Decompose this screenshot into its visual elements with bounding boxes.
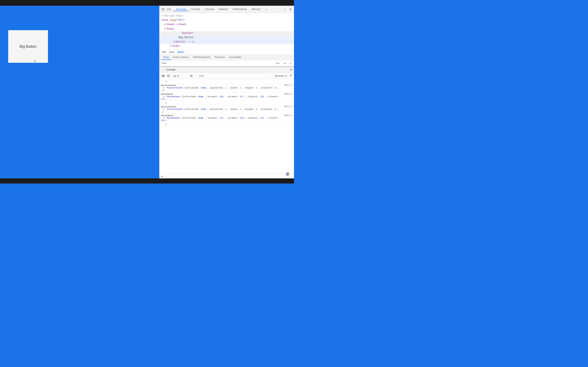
styles-tab-dom-breakpoints[interactable]: DOM Breakpoints [191,55,213,60]
button-card[interactable]: Big Button [8,30,48,63]
console-mousemove1-content: mousemove ► MouseEvent {isTrusted: true … [161,93,282,100]
console-input-area [159,174,294,178]
html-body[interactable]: ▼<body> [159,27,294,31]
svg-rect-1 [170,9,170,10]
breadcrumb-button[interactable]: button [177,50,185,54]
html-doctype: <!doctype html> [159,14,294,18]
console-context-label: top [173,75,176,77]
console-line-brace1: } [159,80,294,83]
chrome-logo [285,171,291,177]
filter-input[interactable] [161,62,273,65]
console-header: ⋮ Console ✕ [159,67,294,73]
webpage-area: Big Button ✛ [0,6,159,178]
console-toolbar: top ▼ | All levels ▼ [159,73,294,79]
console-pointermove1-content: pointermove ► PointerEvent {isTrusted: t… [161,84,282,92]
console-source-pm1: VM411:1 [282,84,292,86]
console-settings-icon[interactable] [290,74,292,78]
console-play-button[interactable] [161,74,165,78]
close-devtools-icon[interactable]: ✕ [288,7,293,12]
console-brace2-content: } [161,102,291,104]
svg-rect-0 [167,8,169,10]
html-button-close[interactable]: </button> == $0 [159,40,294,44]
console-clear-button[interactable] [166,74,171,78]
devtools-panel: Elements Console Sources Network Perform… [159,6,294,178]
more-menu-icon[interactable]: ⋮ [283,7,287,12]
html-button-text: Big Button [159,35,294,40]
console-menu-icon[interactable]: ⋮ [161,68,165,72]
console-brace1-content: } [161,80,291,83]
devtools-toolbar: Elements Console Sources Network Perform… [159,6,294,13]
console-toolbar-sep: | [195,74,196,78]
console-eye-button[interactable] [189,74,193,78]
html-tag[interactable]: <html lang="en"> [159,18,294,22]
console-section: ⋮ Console ✕ top ▼ [159,67,294,179]
breadcrumb-bar: html body button [159,49,294,55]
console-output: } pointermove ► PointerEvent {isTrusted:… [159,79,294,174]
breadcrumb-html[interactable]: html [161,50,167,54]
devtools-tabs: Elements Console Sources Network Perform… [173,8,283,11]
bottom-bar [0,178,294,184]
console-line-mousemove2[interactable]: mousemove ► MouseEvent {isTrusted: true … [159,114,294,123]
console-levels-dropdown[interactable]: All levels ▼ [274,74,288,78]
hov-button[interactable]: :hov [275,62,281,65]
console-line-brace2: } [159,101,294,105]
console-close-button[interactable]: ✕ [290,68,292,72]
tab-performance[interactable]: Performance [230,8,249,11]
styles-tab-accessibility[interactable]: Accessibility [227,55,243,60]
html-head[interactable]: ►<head>…</head> [159,22,294,27]
svg-rect-3 [164,75,164,77]
console-source-mm1: VM411:1 [282,93,292,95]
console-levels-label: All levels [275,75,284,77]
big-button-label: Big Button [20,44,36,49]
top-bar [0,0,294,6]
breadcrumb-body[interactable]: body [169,50,175,54]
device-toggle-icon[interactable] [166,7,171,12]
console-context-dropdown[interactable]: top ▼ [172,74,188,78]
toolbar-separator [173,7,173,11]
console-levels-arrow: ▼ [285,75,287,77]
add-style-button[interactable]: + [289,61,292,66]
html-body-close: </body> [159,44,294,48]
svg-point-7 [191,75,192,76]
elements-panel: <!doctype html> <html lang="en"> ►<head>… [159,13,294,49]
tab-network[interactable]: Network [216,8,230,11]
svg-point-8 [291,75,292,76]
cursor: ✛ [34,60,35,61]
toolbar-right: ⋮ ✕ [283,7,293,12]
console-title: Console [166,68,175,71]
console-line-mousemove1[interactable]: mousemove ► MouseEvent {isTrusted: true … [159,92,294,101]
tab-more[interactable]: » [263,8,269,11]
styles-tab-properties[interactable]: Properties [213,55,227,60]
console-pointermove2-content: pointermove ► PointerEvent {isTrusted: t… [161,106,282,113]
svg-line-5 [167,75,169,77]
console-line-brace3: } [159,123,294,126]
filter-bar: :hov .cls + [159,60,294,67]
tab-memory[interactable]: Memory [249,8,263,11]
svg-point-12 [287,174,288,175]
svg-rect-2 [162,75,163,77]
inspect-icon[interactable] [161,7,165,12]
console-mousemove2-content: mousemove ► MouseEvent {isTrusted: true … [161,114,282,122]
console-input[interactable] [164,175,292,178]
console-dropdown-arrow: ▼ [177,75,179,77]
styles-tab-event-listeners[interactable]: Event Listeners [171,55,191,60]
cls-button[interactable]: .cls [282,62,287,65]
console-line-pointermove2[interactable]: pointermove ► PointerEvent {isTrusted: t… [159,105,294,114]
console-prompt-icon [161,175,164,178]
tab-console[interactable]: Console [189,8,203,11]
console-line-pointermove1[interactable]: pointermove ► PointerEvent {isTrusted: t… [159,83,294,92]
console-filter-input[interactable] [198,74,272,78]
tab-sources[interactable]: Sources [203,8,216,11]
html-dots: ... <button> [159,31,294,35]
console-source-mm2: VM411:1 [282,114,292,117]
styles-tabs: Styles Event Listeners DOM Breakpoints P… [159,55,294,60]
console-brace3-content: } [161,123,291,125]
styles-tab-styles[interactable]: Styles [161,55,171,60]
tab-elements[interactable]: Elements [173,8,189,11]
console-source-pm2: VM411:1 [282,106,292,108]
